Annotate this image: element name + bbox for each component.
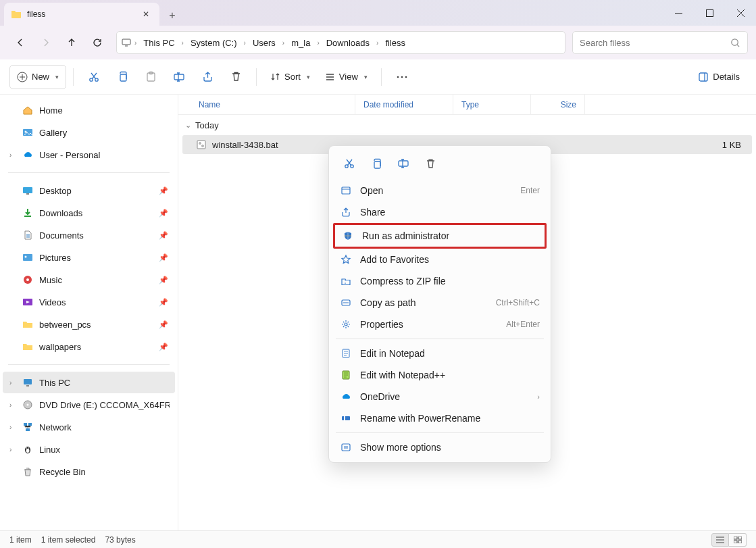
sidebar-item-label: between_pcs [39, 320, 91, 330]
copy-button[interactable] [364, 153, 388, 174]
context-item-add-to-favorites[interactable]: Add to Favorites [333, 249, 547, 270]
up-button[interactable] [59, 30, 84, 55]
details-view-button[interactable] [711, 533, 729, 547]
sidebar-item-label: Pictures [39, 253, 71, 263]
sidebar-item-videos[interactable]: Videos📌 [3, 291, 175, 313]
chevron-right-icon[interactable]: › [133, 39, 138, 47]
refresh-button[interactable] [85, 30, 109, 55]
sidebar-item-pictures[interactable]: Pictures📌 [3, 247, 175, 268]
chevron-right-icon[interactable]: › [9, 401, 11, 409]
context-item-powerrename[interactable]: Rename with PowerRename [333, 407, 547, 429]
address-bar[interactable]: › This PC › System (C:) › Users › m_la ›… [116, 31, 565, 54]
breadcrumb-segment[interactable]: filess [381, 36, 409, 50]
back-button[interactable] [8, 30, 32, 55]
copy-button[interactable] [109, 65, 136, 89]
chevron-right-icon[interactable]: › [9, 446, 11, 453]
chevron-right-icon[interactable]: › [281, 39, 286, 47]
svg-rect-53 [738, 541, 742, 543]
context-item-label: Compress to ZIP file [360, 276, 540, 287]
cut-button[interactable] [80, 65, 107, 89]
status-selected-count: 1 item selected [41, 535, 96, 545]
forward-button[interactable] [34, 30, 58, 55]
sidebar-item-recycle-bin[interactable]: Recycle Bin [3, 461, 175, 482]
cut-button[interactable] [337, 153, 361, 174]
more-icon [340, 441, 352, 453]
chevron-right-icon[interactable]: › [9, 379, 11, 387]
sidebar-item-between-pcs[interactable]: between_pcs📌 [3, 314, 175, 335]
home-icon [22, 104, 34, 116]
chevron-right-icon[interactable]: › [9, 151, 11, 159]
svg-rect-40 [374, 161, 380, 168]
breadcrumb-segment[interactable]: Users [249, 36, 280, 50]
sidebar-item-network[interactable]: ›Network [3, 416, 175, 438]
powerrename-icon [340, 412, 352, 424]
chevron-right-icon[interactable]: › [9, 424, 11, 431]
rename-button[interactable] [391, 153, 415, 174]
thumbnails-view-button[interactable] [729, 533, 747, 547]
new-button[interactable]: New ▾ [9, 65, 66, 89]
breadcrumb-segment[interactable]: This PC [139, 36, 178, 50]
column-header-name[interactable]: Name [178, 95, 355, 114]
breadcrumb-segment[interactable]: m_la [287, 36, 314, 50]
share-button[interactable] [194, 65, 221, 89]
more-button[interactable] [388, 65, 415, 89]
sidebar-item-user-personal[interactable]: ›User - Personal [3, 144, 175, 166]
separator [8, 364, 170, 365]
sidebar-item-dvd-drive[interactable]: ›DVD Drive (E:) CCCOMA_X64FRE_EN-US [3, 394, 175, 416]
sidebar-item-home[interactable]: Home [3, 99, 175, 121]
navbar: › This PC › System (C:) › Users › m_la ›… [0, 26, 756, 59]
svg-rect-2 [122, 39, 130, 45]
breadcrumb-segment[interactable]: System (C:) [186, 36, 241, 50]
column-header-type[interactable]: Type [453, 95, 531, 114]
breadcrumb-segment[interactable]: Downloads [322, 36, 374, 50]
column-header-date[interactable]: Date modified [355, 95, 453, 114]
sidebar-item-linux[interactable]: ›Linux [3, 439, 175, 460]
sidebar-item-label: Music [39, 275, 62, 285]
context-item-properties[interactable]: PropertiesAlt+Enter [333, 314, 547, 335]
svg-rect-7 [120, 74, 126, 81]
context-item-edit-notepadpp[interactable]: Edit with Notepad++ [333, 364, 547, 386]
context-item-onedrive[interactable]: OneDrive› [333, 386, 547, 407]
context-item-show-more[interactable]: Show more options [333, 437, 547, 458]
music-icon [22, 274, 34, 286]
chevron-right-icon[interactable]: › [180, 39, 185, 47]
tab-title: filess [27, 9, 135, 19]
maximize-button[interactable] [694, 0, 725, 26]
tab-close-icon[interactable]: ✕ [141, 9, 151, 20]
delete-button[interactable] [418, 153, 443, 174]
column-header-size[interactable]: Size [531, 95, 585, 114]
close-button[interactable] [725, 0, 756, 26]
delete-button[interactable] [222, 65, 249, 89]
context-item-open[interactable]: OpenEnter [333, 180, 547, 201]
chevron-down-icon: ▾ [55, 74, 59, 80]
chevron-right-icon[interactable]: › [316, 39, 320, 47]
paste-button[interactable] [137, 65, 164, 89]
search-input[interactable] [580, 38, 725, 48]
rename-button[interactable] [166, 65, 193, 89]
sidebar-item-wallpapers[interactable]: wallpapers📌 [3, 336, 175, 357]
tab[interactable]: filess ✕ [4, 3, 159, 26]
context-item-edit-notepad[interactable]: Edit in Notepad [333, 343, 547, 364]
new-tab-button[interactable]: + [162, 5, 182, 26]
group-header[interactable]: ⌄ Today [178, 115, 756, 135]
sidebar-item-downloads[interactable]: Downloads📌 [3, 202, 175, 224]
context-item-label: Share [360, 207, 540, 218]
view-button[interactable]: View ▾ [318, 65, 374, 89]
context-item-compress-zip[interactable]: Compress to ZIP file [333, 270, 547, 292]
sidebar-item-documents[interactable]: Documents📌 [3, 224, 175, 246]
context-item-run-as-administrator[interactable]: Run as administrator [333, 223, 547, 249]
chevron-right-icon[interactable]: › [243, 39, 247, 47]
chevron-right-icon[interactable]: › [375, 39, 380, 47]
details-button[interactable]: Details [691, 65, 747, 89]
context-item-share[interactable]: Share [333, 201, 547, 223]
documents-icon [22, 229, 34, 241]
sort-button[interactable]: Sort ▾ [263, 65, 317, 89]
sidebar-item-music[interactable]: Music📌 [3, 269, 175, 291]
titlebar: filess ✕ + [0, 0, 756, 26]
search-box[interactable] [572, 31, 748, 54]
sidebar-item-this-pc[interactable]: ›This PC [3, 372, 175, 393]
sidebar-item-gallery[interactable]: Gallery [3, 122, 175, 143]
sidebar-item-desktop[interactable]: Desktop📌 [3, 180, 175, 201]
minimize-button[interactable] [663, 0, 694, 26]
context-item-copy-path[interactable]: Copy as pathCtrl+Shift+C [333, 292, 547, 314]
